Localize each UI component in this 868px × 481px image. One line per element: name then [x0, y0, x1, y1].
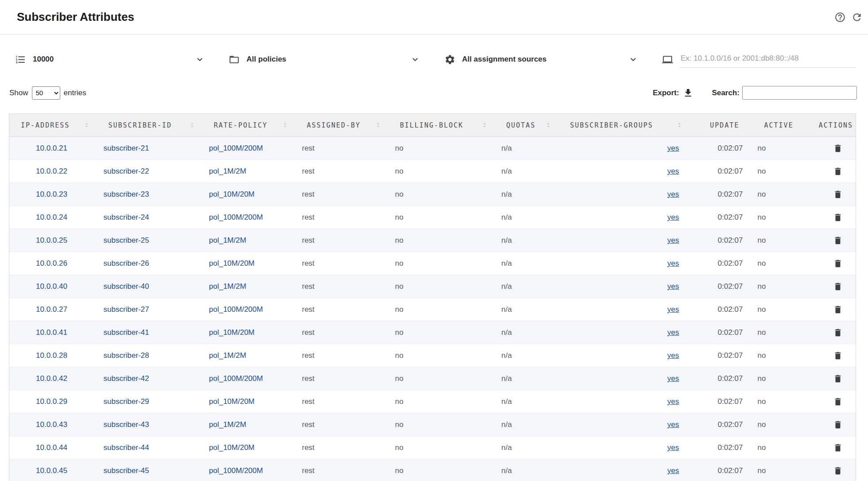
- rate-policy-link[interactable]: pol_100M/200M: [209, 466, 263, 475]
- ip-address-link[interactable]: 10.0.0.23: [36, 190, 67, 198]
- subscriber-groups-link[interactable]: yes: [667, 190, 679, 198]
- ip-address-link[interactable]: 10.0.0.27: [36, 305, 67, 314]
- delete-row-button[interactable]: [833, 189, 844, 200]
- rate-policy-link[interactable]: pol_1M/2M: [209, 282, 246, 291]
- table-row: 10.0.0.25 subscriber-25 pol_1M/2M rest n…: [9, 229, 856, 252]
- help-icon[interactable]: [834, 12, 846, 23]
- delete-row-button[interactable]: [833, 281, 844, 292]
- rate-policy-link[interactable]: pol_10M/20M: [209, 328, 255, 337]
- subscriber-groups-link[interactable]: yes: [667, 397, 679, 406]
- ip-address-link[interactable]: 10.0.0.41: [36, 328, 67, 337]
- subscriber-id-link[interactable]: subscriber-23: [104, 190, 149, 198]
- column-header-assigned-by[interactable]: ASSIGNED-BY: [293, 114, 386, 137]
- assignment-sources-filter-dropdown[interactable]: All assignment sources: [444, 50, 638, 68]
- ip-filter-input[interactable]: [680, 51, 856, 68]
- subscriber-groups-link[interactable]: yes: [667, 259, 679, 268]
- subscriber-id-link[interactable]: subscriber-26: [104, 259, 149, 268]
- refresh-icon[interactable]: [851, 12, 863, 23]
- subscriber-groups-link[interactable]: yes: [667, 305, 679, 314]
- subscriber-id-link[interactable]: subscriber-21: [104, 144, 149, 152]
- delete-row-button[interactable]: [833, 235, 844, 246]
- policies-filter-dropdown[interactable]: All policies: [229, 50, 420, 68]
- ip-address-link[interactable]: 10.0.0.42: [36, 374, 67, 383]
- page-size-select[interactable]: 50: [32, 86, 60, 100]
- delete-row-button[interactable]: [833, 258, 844, 269]
- cell-update: 0:02:07: [687, 459, 748, 481]
- column-header-subscriber-groups[interactable]: SUBSCRIBER-GROUPS: [556, 114, 687, 137]
- delete-row-button[interactable]: [833, 419, 844, 431]
- delete-row-button[interactable]: [833, 304, 844, 315]
- rate-policy-link[interactable]: pol_100M/200M: [209, 374, 263, 383]
- delete-row-button[interactable]: [833, 166, 844, 177]
- rate-policy-link[interactable]: pol_10M/20M: [209, 190, 255, 198]
- subscriber-id-link[interactable]: subscriber-25: [104, 236, 149, 244]
- cell-ip-address: 10.0.0.29: [9, 390, 94, 413]
- column-header-ip-address[interactable]: IP-ADDRESS: [9, 114, 94, 137]
- column-header-quotas[interactable]: QUOTAS: [492, 114, 556, 137]
- subscriber-id-link[interactable]: subscriber-45: [104, 466, 149, 475]
- delete-row-button[interactable]: [833, 350, 844, 361]
- delete-row-button[interactable]: [833, 212, 844, 223]
- subscriber-id-link[interactable]: subscriber-43: [104, 420, 149, 429]
- delete-row-button[interactable]: [833, 465, 844, 477]
- delete-row-button[interactable]: [833, 442, 844, 454]
- search-input[interactable]: [742, 86, 857, 100]
- table-row: 10.0.0.43 subscriber-43 pol_1M/2M rest n…: [9, 413, 856, 436]
- subscriber-id-link[interactable]: subscriber-41: [104, 328, 149, 337]
- active-value: no: [758, 420, 766, 429]
- column-header-rate-policy[interactable]: RATE-POLICY: [200, 114, 293, 137]
- subscriber-id-link[interactable]: subscriber-40: [104, 282, 149, 291]
- ip-address-link[interactable]: 10.0.0.40: [36, 282, 67, 291]
- rate-policy-link[interactable]: pol_100M/200M: [209, 144, 263, 152]
- rate-policy-link[interactable]: pol_100M/200M: [209, 213, 263, 221]
- subscriber-groups-link[interactable]: yes: [667, 236, 679, 244]
- delete-row-button[interactable]: [833, 373, 844, 384]
- ip-address-link[interactable]: 10.0.0.25: [36, 236, 67, 244]
- ip-address-link[interactable]: 10.0.0.28: [36, 351, 67, 360]
- delete-row-button[interactable]: [833, 143, 844, 154]
- column-header-billing-block[interactable]: BILLING-BLOCK: [386, 114, 492, 137]
- ip-address-link[interactable]: 10.0.0.24: [36, 213, 67, 221]
- subscriber-id-link[interactable]: subscriber-27: [104, 305, 149, 314]
- subscriber-groups-link[interactable]: yes: [667, 466, 679, 475]
- ip-address-link[interactable]: 10.0.0.21: [36, 144, 67, 152]
- ip-address-link[interactable]: 10.0.0.26: [36, 259, 67, 268]
- limit-filter-dropdown[interactable]: 10000: [15, 50, 205, 68]
- rate-policy-link[interactable]: pol_10M/20M: [209, 443, 255, 452]
- rate-policy-link[interactable]: pol_100M/200M: [209, 305, 263, 314]
- column-header-subscriber-id[interactable]: SUBSCRIBER-ID: [94, 114, 200, 137]
- rate-policy-link[interactable]: pol_10M/20M: [209, 259, 255, 268]
- subscriber-groups-link[interactable]: yes: [667, 351, 679, 360]
- ip-address-link[interactable]: 10.0.0.43: [36, 420, 67, 429]
- active-value: no: [758, 443, 766, 452]
- download-icon[interactable]: [683, 88, 693, 98]
- rate-policy-link[interactable]: pol_10M/20M: [209, 397, 255, 406]
- cell-active: no: [748, 275, 798, 298]
- subscriber-id-link[interactable]: subscriber-24: [104, 213, 149, 221]
- ip-address-link[interactable]: 10.0.0.45: [36, 466, 67, 475]
- ip-address-link[interactable]: 10.0.0.44: [36, 443, 67, 452]
- rate-policy-link[interactable]: pol_1M/2M: [209, 420, 246, 429]
- subscriber-groups-link[interactable]: yes: [667, 213, 679, 221]
- subscriber-groups-link[interactable]: yes: [667, 443, 679, 452]
- subscriber-id-link[interactable]: subscriber-22: [104, 167, 149, 175]
- rate-policy-link[interactable]: pol_1M/2M: [209, 167, 246, 175]
- rate-policy-link[interactable]: pol_1M/2M: [209, 351, 246, 360]
- ip-address-link[interactable]: 10.0.0.29: [36, 397, 67, 406]
- subscriber-id-link[interactable]: subscriber-28: [104, 351, 149, 360]
- subscriber-groups-link[interactable]: yes: [667, 167, 679, 175]
- delete-row-button[interactable]: [833, 396, 844, 407]
- column-header-active[interactable]: ACTIVE: [748, 114, 798, 137]
- rate-policy-link[interactable]: pol_1M/2M: [209, 236, 246, 244]
- subscriber-groups-link[interactable]: yes: [667, 144, 679, 152]
- subscriber-groups-link[interactable]: yes: [667, 282, 679, 291]
- subscriber-groups-link[interactable]: yes: [667, 420, 679, 429]
- subscriber-id-link[interactable]: subscriber-44: [104, 443, 149, 452]
- ip-address-link[interactable]: 10.0.0.22: [36, 167, 67, 175]
- subscriber-groups-link[interactable]: yes: [667, 374, 679, 383]
- subscriber-groups-link[interactable]: yes: [667, 328, 679, 337]
- delete-row-button[interactable]: [833, 327, 844, 338]
- subscriber-id-link[interactable]: subscriber-29: [104, 397, 149, 406]
- column-header-update[interactable]: UPDATE: [687, 114, 748, 137]
- subscriber-id-link[interactable]: subscriber-42: [104, 374, 149, 383]
